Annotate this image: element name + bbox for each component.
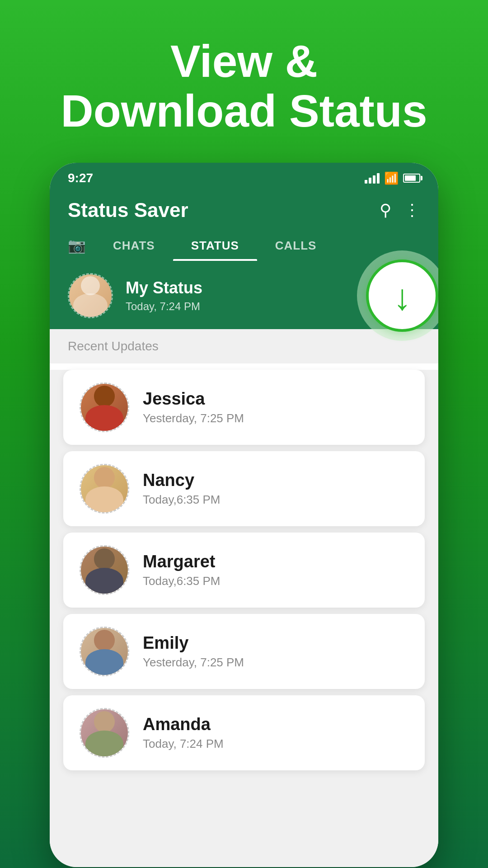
more-options-icon[interactable]: ⋮ <box>404 201 420 220</box>
phone-mockup: 9:27 📶 Status Saver ⚲ ⋮ <box>50 163 438 867</box>
wifi-icon: 📶 <box>384 171 399 185</box>
emily-time: Yesterday, 7:25 PM <box>143 656 408 670</box>
phone-content: My Status Today, 7:24 PM ↓ Recent Update… <box>50 262 438 867</box>
nancy-info: Nancy Today,6:35 PM <box>143 471 408 507</box>
status-icons: 📶 <box>365 171 420 185</box>
contact-emily[interactable]: Emily Yesterday, 7:25 PM <box>63 614 425 689</box>
contact-margaret[interactable]: Margaret Today,6:35 PM <box>63 533 425 608</box>
tab-status-label: STATUS <box>191 239 239 252</box>
nancy-time: Today,6:35 PM <box>143 493 408 507</box>
amanda-info: Amanda Today, 7:24 PM <box>143 715 408 751</box>
nancy-name: Nancy <box>143 471 408 490</box>
my-status-row[interactable]: My Status Today, 7:24 PM ↓ <box>50 262 438 329</box>
margaret-name: Margaret <box>143 552 408 571</box>
margaret-info: Margaret Today,6:35 PM <box>143 552 408 588</box>
nancy-avatar <box>80 464 129 514</box>
my-status-info: My Status Today, 7:24 PM <box>126 278 202 313</box>
camera-icon: 📷 <box>68 237 86 254</box>
tab-calls[interactable]: CALLS <box>257 231 335 261</box>
my-status-time: Today, 7:24 PM <box>126 300 202 313</box>
hero-title: View & Download Status <box>33 36 454 136</box>
status-bar: 9:27 📶 <box>50 163 438 190</box>
jessica-time: Yesterday, 7:25 PM <box>143 411 408 425</box>
download-button[interactable]: ↓ <box>352 246 438 345</box>
jessica-name: Jessica <box>143 389 408 409</box>
jessica-avatar <box>80 382 129 432</box>
phone-frame: 9:27 📶 Status Saver ⚲ ⋮ <box>50 163 438 867</box>
margaret-avatar <box>80 545 129 595</box>
my-status-avatar <box>68 273 113 318</box>
download-arrow-icon: ↓ <box>393 279 411 316</box>
amanda-avatar <box>80 708 129 758</box>
status-time: 9:27 <box>68 171 93 185</box>
tab-status[interactable]: STATUS <box>173 231 257 261</box>
app-title: Status Saver <box>68 199 188 222</box>
content-area: Jessica Yesterday, 7:25 PM Nancy Tod <box>50 370 438 867</box>
tab-chats[interactable]: CHATS <box>95 231 173 261</box>
tab-calls-label: CALLS <box>275 239 317 252</box>
emily-avatar <box>80 627 129 676</box>
emily-info: Emily Yesterday, 7:25 PM <box>143 633 408 670</box>
contact-jessica[interactable]: Jessica Yesterday, 7:25 PM <box>63 370 425 445</box>
tab-camera[interactable]: 📷 <box>68 229 95 262</box>
battery-icon <box>403 174 420 183</box>
jessica-info: Jessica Yesterday, 7:25 PM <box>143 389 408 425</box>
contact-amanda[interactable]: Amanda Today, 7:24 PM <box>63 695 425 770</box>
signal-icon <box>365 173 380 184</box>
emily-name: Emily <box>143 633 408 653</box>
contact-nancy[interactable]: Nancy Today,6:35 PM <box>63 451 425 526</box>
tab-chats-label: CHATS <box>113 239 155 252</box>
amanda-name: Amanda <box>143 715 408 734</box>
hero-title-text: View & Download Status <box>61 36 427 136</box>
margaret-time: Today,6:35 PM <box>143 574 408 588</box>
my-status-name: My Status <box>126 278 202 297</box>
search-icon[interactable]: ⚲ <box>380 201 391 220</box>
amanda-time: Today, 7:24 PM <box>143 737 408 751</box>
